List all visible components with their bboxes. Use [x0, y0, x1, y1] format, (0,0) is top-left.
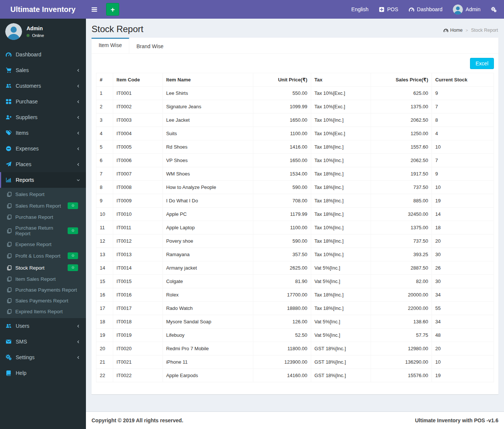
sidebar-item-label: Dashboard	[16, 52, 41, 57]
user-avatar[interactable]	[5, 23, 22, 40]
brand-logo[interactable]: Ultimate Inventory	[0, 0, 86, 19]
cell-item-name: Ramayana	[163, 248, 253, 261]
cell-item-name: Rado Watch	[163, 302, 253, 315]
top-nav-pos[interactable]: POS	[374, 0, 403, 19]
new-badge-star-icon: ☆	[68, 202, 78, 209]
chevron-left-icon	[76, 100, 80, 104]
cell-tax: Tax 18%[Inc.]	[311, 234, 371, 248]
cell-sales-price: 136290.00	[371, 355, 432, 369]
cell-unit-price: 17700.00	[253, 288, 311, 302]
export-excel-button[interactable]: Excel	[470, 58, 494, 69]
cell-unit-price: 126.00	[253, 315, 311, 329]
sidebar-item-sms[interactable]: SMS	[0, 334, 86, 349]
table-row: 1IT0001Lee Shirts550.00Tax 10%[Exc.]625.…	[96, 87, 494, 100]
cell-current-stock: 18	[432, 221, 494, 234]
cell-: 2	[96, 100, 113, 114]
table-row: 12IT0012Povery shoe590.00Tax 18%[Inc.]73…	[96, 234, 494, 248]
top-nav-english[interactable]: English	[346, 0, 374, 19]
sidebar-item-reports[interactable]: Reports	[0, 172, 86, 188]
sidebar-subitem-expired-items-report[interactable]: Expired Items Report	[0, 306, 86, 317]
chevron-left-icon	[76, 147, 80, 151]
plus-square-icon	[379, 7, 384, 12]
cell-tax: Tax 18%[Inc.]	[311, 208, 371, 221]
copy-icon	[6, 309, 12, 314]
sidebar-subitem-label: Profit & Loss Report	[15, 253, 61, 259]
cell-: 16	[96, 288, 113, 302]
sidebar-subitem-purchase-payments-report[interactable]: Purchase Payments Report	[0, 285, 86, 295]
cell-item-name: Colgate	[163, 275, 253, 288]
table-header-row: #Item CodeItem NameUnit Price(₹)TaxSales…	[96, 73, 494, 87]
cell-tax: Tax 10%[Inc.]	[311, 114, 371, 127]
sidebar-subitem-stock-report[interactable]: Stock Report☆	[0, 262, 86, 274]
sidebar-subitem-sales-return-report[interactable]: Sales Return Report☆	[0, 200, 86, 212]
table-row: 11IT0011Apple Laptop1100.00Tax 10%[Inc.]…	[96, 221, 494, 234]
sidebar-subitem-label: Purchase Return Report	[15, 225, 64, 236]
cell-current-stock: 10	[432, 181, 494, 194]
cell-sales-price: 1557.60	[371, 140, 432, 154]
sidebar-item-sales[interactable]: Sales	[0, 62, 86, 78]
cell-unit-price: 590.00	[253, 234, 311, 248]
breadcrumb: Home > Stock Report	[443, 28, 498, 33]
sidebar-item-customers[interactable]: Customers	[0, 78, 86, 94]
users-icon	[6, 323, 12, 329]
cell-item-code: IT0019	[113, 329, 163, 342]
cell-unit-price: 1650.00	[253, 114, 311, 127]
sidebar-section-settings: Settings	[0, 349, 86, 365]
sidebar-item-suppliers[interactable]: Suppliers	[0, 109, 86, 125]
th-large-icon	[6, 99, 12, 105]
cell-unit-price: 1534.00	[253, 167, 311, 181]
breadcrumb-home-link[interactable]: Home	[443, 28, 463, 33]
cell-sales-price: 20000.00	[371, 288, 432, 302]
sidebar-section-purchase: Purchase	[0, 94, 86, 109]
sidebar-item-places[interactable]: Places	[0, 156, 86, 172]
col-header-item-name: Item Name	[163, 73, 253, 87]
sidebar-subitem-expense-report[interactable]: Expense Report	[0, 239, 86, 250]
app-root: Ultimate Inventory + EnglishPOSDashboard…	[0, 0, 504, 429]
sidebar-item-items[interactable]: Items	[0, 125, 86, 141]
top-nav-dashboard[interactable]: Dashboard	[403, 0, 448, 19]
sidebar-subitem-label: Sales Payments Report	[15, 298, 68, 304]
sidebar-subitem-label: Expired Items Report	[15, 309, 63, 314]
content-column: Stock Report Home > Stock Report Item Wi…	[86, 19, 504, 429]
sidebar-subitem-profit-loss-report[interactable]: Profit & Loss Report☆	[0, 250, 86, 262]
sidebar-subitem-purchase-return-report[interactable]: Purchase Return Report☆	[0, 223, 86, 239]
cell-tax: Tax 10%[Inc.]	[311, 154, 371, 167]
cell-sales-price: 32450.00	[371, 208, 432, 221]
col-header-num: #	[96, 73, 113, 87]
sidebar-subitem-item-sales-report[interactable]: Item Sales Report	[0, 274, 86, 285]
cell-item-name: Rolex	[163, 288, 253, 302]
cell-unit-price: 14160.00	[253, 369, 311, 382]
sidebar-item-settings[interactable]: Settings	[0, 349, 86, 365]
cell-item-name: Lee Shirts	[163, 87, 253, 100]
top-nav-admin[interactable]: Admin	[448, 0, 486, 19]
sidebar-subitem-sales-payments-report[interactable]: Sales Payments Report	[0, 295, 86, 306]
user-info: Admin Online	[27, 25, 44, 38]
sidebar-toggle-button[interactable]	[86, 0, 102, 19]
tab-brand-wise[interactable]: Brand Wise	[129, 38, 170, 53]
tab-item-wise[interactable]: Item Wise	[92, 38, 129, 53]
cell-: 21	[96, 355, 113, 369]
sidebar-item-help[interactable]: Help	[0, 365, 86, 381]
cell-current-stock: 10	[432, 355, 494, 369]
cell-sales-price: 22000.00	[371, 302, 432, 315]
cell-tax: Tax 10%[Exc.]	[311, 127, 371, 140]
cell-current-stock: 14	[432, 208, 494, 221]
online-status-icon	[27, 34, 30, 37]
cell-tax: Tax 18%[Inc.]	[311, 194, 371, 208]
cell-unit-price: 1100.00	[253, 221, 311, 234]
sidebar-item-purchase[interactable]: Purchase	[0, 94, 86, 109]
cell-current-stock: 30	[432, 275, 494, 288]
sidebar-subitem-purchase-report[interactable]: Purchase Report	[0, 212, 86, 223]
copy-icon	[6, 228, 12, 234]
quick-add-button[interactable]: +	[106, 3, 119, 16]
user-status[interactable]: Online	[27, 33, 44, 38]
sidebar-item-users[interactable]: Users	[0, 318, 86, 334]
cell-item-name: Apple Laptop	[163, 221, 253, 234]
sidebar-subitem-label: Expense Report	[15, 242, 52, 247]
sidebar-subitem-sales-report[interactable]: Sales Report	[0, 189, 86, 200]
sidebar-item-dashboard[interactable]: Dashboard	[0, 47, 86, 62]
sidebar-item-expenses[interactable]: Expenses	[0, 141, 86, 156]
user-name: Admin	[27, 25, 44, 31]
table-row: 17IT0017Rado Watch18880.00Tax 18%[Inc.]2…	[96, 302, 494, 315]
top-nav-cogs-icon[interactable]	[486, 0, 502, 19]
